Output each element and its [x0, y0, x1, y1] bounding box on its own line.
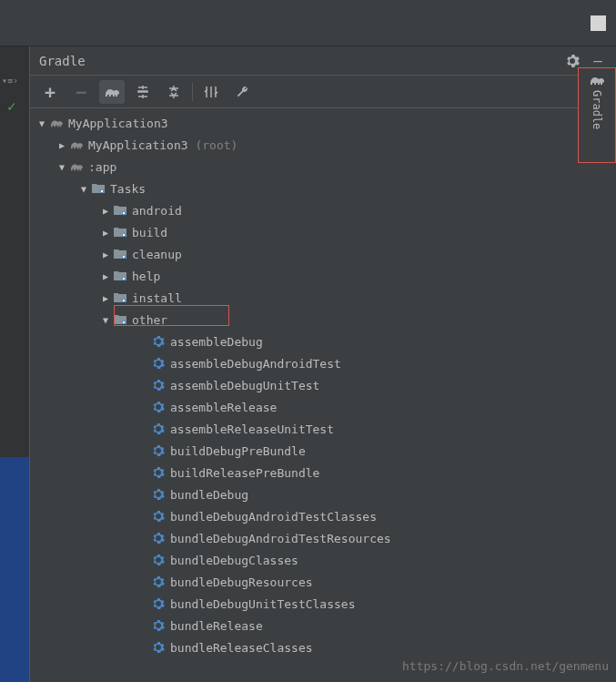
disclosure-arrow[interactable]: [99, 271, 112, 281]
disclosure-arrow[interactable]: [99, 228, 112, 238]
task-assembleReleaseUnitTest[interactable]: assembleReleaseUnitTest: [30, 418, 616, 440]
node-label: bundleDebugAndroidTestResources: [170, 532, 391, 545]
disclosure-arrow[interactable]: [35, 118, 48, 128]
node-label: cleanup: [132, 248, 182, 261]
task-bundleRelease[interactable]: bundleRelease: [30, 615, 616, 636]
node-label: bundleReleaseClasses: [170, 641, 313, 655]
gear-icon: [150, 596, 167, 611]
folder-gear-icon: [112, 225, 128, 239]
task-group-install[interactable]: install: [30, 287, 616, 309]
collapse-all-icon[interactable]: [161, 80, 187, 104]
gear-icon: [150, 334, 167, 349]
add-button[interactable]: +: [37, 80, 63, 104]
node-label: :app: [88, 160, 116, 174]
disclosure-arrow[interactable]: [99, 249, 112, 260]
folder-gear-icon: [112, 247, 128, 261]
elephant-icon: [68, 159, 85, 174]
node-label: MyApplication3: [68, 117, 168, 130]
node-label: bundleRelease: [170, 619, 263, 633]
node-label: other: [132, 313, 167, 327]
node-label: bundleDebug: [170, 488, 248, 502]
node-label: assembleReleaseUnitTest: [170, 422, 334, 436]
task-assembleRelease[interactable]: assembleRelease: [30, 396, 616, 418]
elephant-icon[interactable]: [99, 80, 125, 104]
task-bundleDebugResources[interactable]: bundleDebugResources: [30, 571, 616, 593]
disclosure-arrow[interactable]: [77, 184, 90, 194]
disclosure-arrow[interactable]: [99, 293, 112, 303]
gear-icon: [150, 487, 167, 502]
gear-icon: [150, 575, 167, 589]
task-bundleReleaseClasses[interactable]: bundleReleaseClasses: [30, 636, 616, 658]
task-buildDebugPreBundle[interactable]: buildDebugPreBundle: [30, 440, 616, 462]
node-label: Tasks: [110, 182, 146, 196]
node-label: bundleDebugUnitTestClasses: [170, 597, 356, 611]
task-buildReleasePreBundle[interactable]: buildReleasePreBundle: [30, 462, 616, 484]
node-label: buildDebugPreBundle: [170, 444, 306, 458]
task-assembleDebugAndroidTest[interactable]: assembleDebugAndroidTest: [30, 352, 616, 374]
node-label: build: [132, 226, 167, 239]
task-assembleDebugUnitTest[interactable]: assembleDebugUnitTest: [30, 374, 616, 396]
task-group-android[interactable]: android: [30, 199, 616, 221]
node-label: bundleDebugResources: [170, 575, 313, 589]
gear-icon: [150, 356, 167, 371]
gradle-panel: Gradle — + −: [29, 46, 616, 682]
gear-icon: [150, 509, 167, 524]
tasks-folder[interactable]: Tasks: [30, 178, 616, 199]
folder-gear-icon: [112, 290, 128, 305]
node-label: buildReleasePreBundle: [170, 466, 319, 480]
remove-button: −: [68, 80, 94, 104]
gear-icon: [150, 465, 167, 480]
check-icon: ✓: [7, 97, 16, 115]
disclosure-arrow[interactable]: [56, 140, 68, 150]
node-label: help: [132, 270, 160, 283]
gear-icon: [150, 378, 167, 392]
node-label: MyApplication3 (root): [88, 138, 237, 152]
expand-all-icon[interactable]: [130, 80, 156, 104]
gear-icon: [150, 422, 167, 436]
gear-icon: [150, 531, 167, 545]
task-group-build[interactable]: build: [30, 221, 616, 243]
folder-gear-icon: [90, 181, 106, 196]
task-bundleDebugAndroidTestResources[interactable]: bundleDebugAndroidTestResources: [30, 527, 616, 549]
editor-gutter: ▾≡› ✓ *.j ib-j .2' ain 1.2 o:e 或后可 eet 以…: [0, 46, 29, 682]
disclosure-arrow[interactable]: [56, 162, 68, 172]
gear-icon: [150, 400, 167, 414]
gear-icon: [150, 640, 167, 655]
folder-gear-icon: [112, 312, 128, 327]
task-bundleDebugClasses[interactable]: bundleDebugClasses: [30, 549, 616, 571]
folder-gear-icon: [112, 203, 128, 218]
disclosure-arrow[interactable]: [99, 315, 112, 325]
node-label: assembleDebug: [170, 335, 263, 349]
gear-icon: [150, 443, 167, 458]
task-bundleDebugAndroidTestClasses[interactable]: bundleDebugAndroidTestClasses: [30, 505, 616, 527]
panel-title: Gradle: [39, 54, 556, 68]
node-label: install: [132, 291, 182, 305]
panel-header: Gradle —: [30, 46, 616, 76]
gear-icon: [150, 618, 167, 633]
gradle-tree[interactable]: MyApplication3 MyApplication3 (root) :ap…: [30, 108, 616, 682]
node-label: bundleDebugAndroidTestClasses: [170, 510, 377, 524]
task-bundleDebugUnitTestClasses[interactable]: bundleDebugUnitTestClasses: [30, 593, 616, 615]
project-root[interactable]: MyApplication3: [30, 112, 616, 134]
disclosure-arrow[interactable]: [99, 206, 112, 216]
node-label: assembleDebugAndroidTest: [170, 357, 341, 371]
gradle-toolbar: + −: [30, 76, 616, 108]
avatar[interactable]: [591, 15, 606, 31]
module-app[interactable]: :app: [30, 156, 616, 178]
node-label: assembleDebugUnitTest: [170, 379, 319, 392]
task-bundleDebug[interactable]: bundleDebug: [30, 484, 616, 505]
offline-icon[interactable]: [198, 80, 224, 104]
task-assembleDebug[interactable]: assembleDebug: [30, 331, 616, 352]
titlebar: [0, 0, 616, 46]
elephant-icon: [68, 137, 85, 152]
gradle-side-tab[interactable]: Gradle: [578, 67, 616, 163]
folder-gear-icon: [112, 269, 128, 283]
elephant-icon: [48, 116, 65, 130]
node-label: assembleRelease: [170, 401, 277, 414]
gear-icon: [150, 553, 167, 567]
task-group-cleanup[interactable]: cleanup: [30, 243, 616, 265]
project-root-module[interactable]: MyApplication3 (root): [30, 134, 616, 156]
task-group-help[interactable]: help: [30, 265, 616, 287]
task-group-other[interactable]: other: [30, 309, 616, 331]
wrench-icon[interactable]: [229, 80, 255, 104]
